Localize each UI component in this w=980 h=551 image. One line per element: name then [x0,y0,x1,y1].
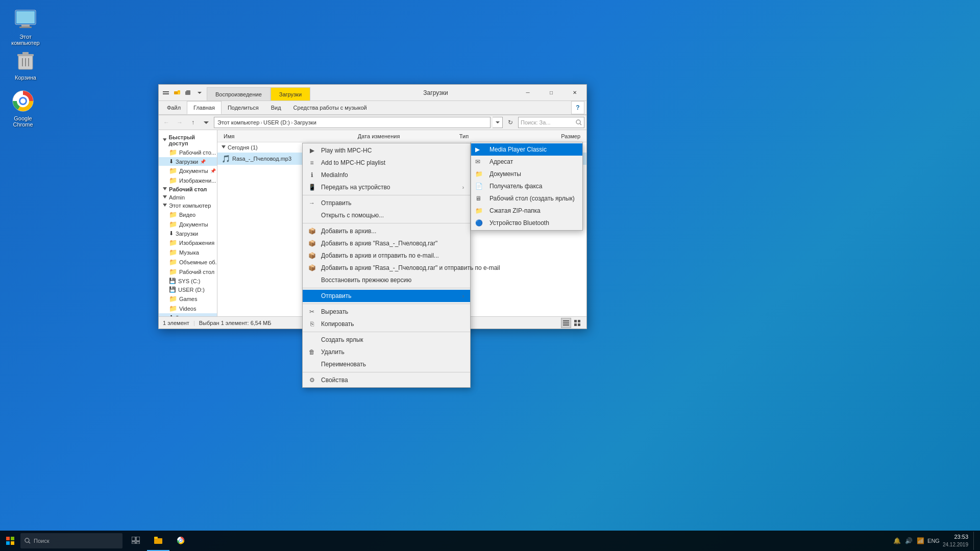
submenu-desktop[interactable]: 🖥 Рабочий стол (создать ярлык) [471,192,582,205]
quick-access-dropdown[interactable] [194,88,205,98]
chrome-icon-label: Google Chrome [5,115,41,128]
refresh-button[interactable]: ↻ [505,117,516,128]
maximize-button[interactable]: □ [540,85,563,101]
quick-access-new-folder[interactable]: + [172,88,182,98]
submenu-fax[interactable]: 📄 Получатель факса [471,180,582,192]
taskbar-app-taskview[interactable] [125,531,147,551]
taskbar-time: 23:53 24.12.2019 [943,533,968,548]
sidebar-item-games[interactable]: 📁 Games [159,294,217,304]
ctx-copy[interactable]: ⎘ Копировать [303,318,470,330]
sidebar: Быстрый доступ 📁 Рабочий сто... 📌 ⬇ Загр… [159,130,217,316]
ctx-send-to2[interactable]: Отправить › [303,290,470,302]
ctx-add-archive-email[interactable]: 📦 Добавить в архив и отправить по e-mail… [303,249,470,262]
sidebar-item-music[interactable]: 📁 Музыка [159,247,217,257]
col-header-type[interactable]: Тип [457,133,526,139]
submenu-zip[interactable]: 📁 Сжатая ZIP-папка [471,205,582,217]
minimize-button[interactable]: ─ [516,85,540,101]
sidebar-item-dl2[interactable]: ⬇ Загрузки [159,229,217,238]
close-button[interactable]: ✕ [563,85,586,101]
ctx-cut[interactable]: ✂ Вырезать [303,306,470,318]
svg-rect-36 [574,323,577,326]
desktop: Этот компьютер Корзина Google Chrome [0,0,980,551]
sidebar-item-videos[interactable]: 📁 Videos [159,304,217,313]
details-view-button[interactable] [561,318,571,328]
ctx-play-mpc[interactable]: ▶ Play with MPC-HC [303,144,470,157]
submenu-address[interactable]: ✉ Адресат [471,156,582,168]
ctx-add-playlist[interactable]: ≡ Add to MPC-HC playlist [303,157,470,169]
col-header-size[interactable]: Размер [526,133,582,139]
submenu-bluetooth[interactable]: 🔵 Устройство Bluetooth [471,217,582,229]
submenu-documents[interactable]: 📁 Документы [471,168,582,180]
quick-access-btn3[interactable] [183,88,193,98]
back-button[interactable]: ← [161,117,172,128]
sidebar-item-img2[interactable]: 📁 Изображения [159,238,217,247]
network-icon[interactable]: 📶 [917,537,924,544]
submenu-media-player[interactable]: ▶ Media Player Classic [471,143,582,156]
ctx-sep4 [303,304,470,304]
svg-marker-30 [222,145,226,148]
search-box[interactable]: Поиск: За... [518,117,584,128]
desktop-icon-chrome[interactable]: Google Chrome [3,87,43,130]
sidebar-item-desktop2[interactable]: 📁 Рабочий стол [159,267,217,277]
show-desktop-button[interactable] [973,532,976,550]
sidebar-item-documents[interactable]: 📁 Документы 📌 [159,166,217,176]
help-button[interactable]: ? [571,101,584,114]
tab-downloads[interactable]: Загрузки [271,87,310,101]
sidebar-section-quick-access[interactable]: Быстрый доступ [159,132,217,147]
ctx-delete-icon: 🗑 [307,348,317,356]
sidebar-item-video[interactable]: 📁 Видео [159,210,217,219]
start-button[interactable] [0,531,20,551]
ribbon-tab-home[interactable]: Главная [187,101,222,114]
ribbon-tab-tools[interactable]: Средства работы с музыкой [287,101,373,114]
ctx-archive-icon4: 📦 [307,264,317,271]
sidebar-section-mycomputer[interactable]: Этот компьютер [159,202,217,210]
ctx-copy-icon: ⎘ [307,320,317,328]
ribbon-tab-file[interactable]: Файл [161,101,187,114]
ctx-add-archive[interactable]: 📦 Добавить в архив... [303,225,470,237]
taskbar-lang: ENG [927,538,940,544]
taskbar-search[interactable]: Поиск [20,533,122,548]
ctx-create-shortcut[interactable]: Создать ярлык [303,334,470,346]
title-bar-tabs: Воспроизведение Загрузки [207,85,355,101]
sidebar-item-sysc[interactable]: 💾 SYS (C:) [159,277,217,285]
notification-icon[interactable]: 🔔 [893,537,901,544]
ctx-add-archive-rar-email[interactable]: 📦 Добавить в архив "Rasa_-_Пчеловод.rar"… [303,262,470,274]
desktop-icon-trash[interactable]: Корзина [5,46,46,83]
ctx-properties[interactable]: ⚙ Свойства [303,374,470,386]
col-header-name[interactable]: Имя [222,133,356,139]
ctx-mediainfo[interactable]: ℹ MediaInfo [303,169,470,181]
ctx-add-archive-rar[interactable]: 📦 Добавить в архив "Rasa_-_Пчеловод.rar" [303,237,470,249]
taskbar-app-explorer[interactable] [147,531,169,551]
address-path[interactable]: Этот компьютер › USER (D:) › Загрузки [214,117,491,128]
sidebar-section-admin[interactable]: Admin [159,193,217,202]
recent-locations[interactable] [201,117,212,128]
forward-button[interactable]: → [174,117,185,128]
sidebar-item-3d[interactable]: 📁 Объемные об... [159,257,217,267]
ribbon-tabs: Файл Главная Поделиться Вид Средства раб… [159,101,586,115]
ctx-send-to1[interactable]: → Отправить [303,197,470,209]
ribbon-tab-view[interactable]: Вид [265,101,287,114]
large-icons-view-button[interactable] [572,318,582,328]
desktop-icon-computer[interactable]: Этот компьютер [5,5,46,48]
taskbar-app-chrome[interactable] [169,531,192,551]
ctx-send-device[interactable]: 📱 Передать на устройство › [303,181,470,193]
ctx-delete[interactable]: 🗑 Удалить [303,346,470,358]
ctx-restore[interactable]: Восстановить прежнюю версию [303,274,470,286]
sidebar-item-images[interactable]: 📁 Изображени... 📌 [159,176,217,185]
tab-playback[interactable]: Воспроизведение [207,87,271,101]
sidebar-item-userd[interactable]: 💾 USER (D:) [159,285,217,294]
volume-icon[interactable]: 🔊 [905,537,913,544]
quick-access-properties[interactable] [161,88,171,98]
sidebar-item-downloads[interactable]: ⬇ Загрузки 📌 [159,157,217,166]
sidebar-item-docs2[interactable]: 📁 Документы [159,219,217,229]
address-dropdown[interactable] [493,117,503,128]
up-button[interactable]: ↑ [187,117,199,128]
ribbon-tab-share[interactable]: Поделиться [222,101,265,114]
ctx-rename[interactable]: Переименовать [303,358,470,370]
svg-rect-3 [19,27,32,28]
sidebar-section-desktop[interactable]: Рабочий стол [159,185,217,193]
taskbar-right: 🔔 🔊 📶 ENG 23:53 24.12.2019 [893,532,980,550]
ctx-open-with[interactable]: Открыть с помощью... [303,209,470,221]
sidebar-item-desktop[interactable]: 📁 Рабочий сто... 📌 [159,147,217,157]
col-header-date[interactable]: Дата изменения [356,133,457,139]
